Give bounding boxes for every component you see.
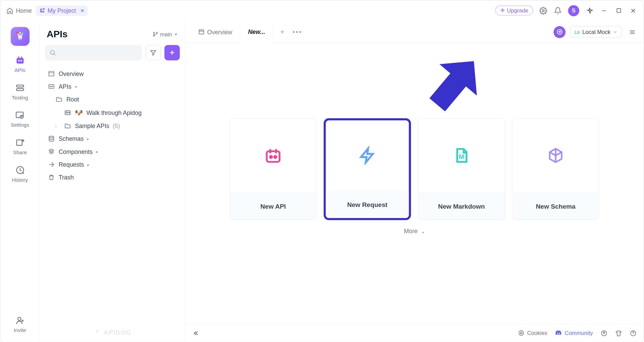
testing-icon	[15, 83, 25, 93]
invite-icon	[15, 315, 25, 326]
tree-item-trash[interactable]: Trash	[45, 171, 180, 184]
titlebar: Home My Project ✕ Upgrade S	[0, 0, 643, 21]
menu-button[interactable]	[626, 26, 638, 38]
svg-point-32	[49, 136, 54, 138]
collapse-sidebar-button[interactable]	[192, 330, 199, 336]
tree-item-sample-apis[interactable]: › Sample APIs (5)	[45, 120, 180, 132]
requests-icon	[48, 161, 55, 168]
tree-item-root[interactable]: Root	[45, 93, 180, 106]
annotation-arrow	[412, 45, 494, 127]
svg-rect-9	[18, 56, 19, 59]
card-new-schema[interactable]: New Schema	[512, 118, 599, 220]
request-icon	[326, 120, 409, 190]
add-button[interactable]	[165, 45, 180, 60]
search-input[interactable]	[45, 45, 142, 60]
tree-item-components[interactable]: Components ▸	[45, 145, 180, 158]
svg-rect-8	[16, 58, 24, 63]
chevron-icon: ▸	[87, 136, 92, 141]
filter-button[interactable]	[146, 45, 161, 60]
sidebar-title: APIs	[47, 29, 67, 40]
window-close-icon[interactable]	[629, 6, 638, 15]
agent-button[interactable]	[554, 26, 566, 38]
svg-point-11	[18, 60, 19, 62]
branch-selector[interactable]: main	[152, 31, 178, 37]
chevron-right-icon: ›	[55, 124, 60, 128]
dog-icon: 🐶	[75, 109, 83, 117]
tab-new[interactable]: New...	[240, 21, 273, 43]
card-label: New API	[230, 192, 317, 220]
filter-icon	[150, 49, 156, 56]
rail-item-share[interactable]: Share	[13, 137, 27, 156]
maximize-icon[interactable]	[614, 6, 623, 15]
home-label: Home	[16, 7, 32, 14]
folder-icon	[55, 96, 63, 103]
theme-button[interactable]	[615, 330, 622, 336]
card-new-markdown[interactable]: M New Markdown	[418, 118, 505, 220]
cookies-button[interactable]: Cookies	[518, 330, 547, 336]
svg-point-5	[16, 32, 18, 34]
svg-point-12	[20, 60, 22, 62]
svg-point-19	[17, 317, 20, 320]
card-label: New Request	[326, 190, 409, 218]
overview-icon	[48, 70, 55, 77]
minimize-icon[interactable]	[600, 6, 608, 15]
svg-point-50	[521, 332, 522, 333]
app-logo[interactable]	[10, 27, 29, 46]
environment-selector[interactable]: Lo Local Mock	[570, 26, 622, 38]
tree-item-schemas[interactable]: Schemas ▸	[45, 132, 180, 145]
folder-icon	[64, 123, 72, 129]
discord-icon	[555, 329, 562, 337]
svg-rect-42	[267, 151, 279, 162]
tab-menu-button[interactable]: •••	[292, 28, 302, 36]
menu-icon	[629, 29, 636, 35]
external-link-icon	[40, 8, 45, 13]
cookie-icon	[518, 330, 524, 336]
tree-item-overview[interactable]: Overview	[45, 67, 180, 80]
tree-item-requests[interactable]: Requests ▸	[45, 158, 180, 171]
pin-icon[interactable]	[585, 6, 594, 15]
svg-rect-17	[16, 140, 22, 145]
svg-point-20	[153, 32, 154, 33]
plus-icon	[279, 29, 286, 35]
avatar[interactable]: S	[568, 5, 579, 16]
card-new-request[interactable]: New Request	[324, 118, 411, 220]
community-button[interactable]: Community	[555, 329, 593, 337]
upgrade-button[interactable]: Upgrade	[495, 6, 533, 15]
svg-rect-13	[16, 85, 24, 87]
close-icon[interactable]: ✕	[80, 7, 85, 13]
tree-item-walkthrough[interactable]: 🐶 Walk through Apidog	[45, 106, 180, 120]
sidebar: APIs main Overview	[40, 21, 186, 342]
project-tab[interactable]: My Project ✕	[36, 5, 88, 16]
svg-point-52	[522, 333, 522, 334]
home-tab[interactable]: Home	[6, 7, 32, 14]
tab-overview[interactable]: Overview	[190, 21, 240, 43]
tree-item-apis[interactable]: APIs ▾	[45, 80, 180, 93]
rail-item-settings[interactable]: Settings	[11, 110, 29, 128]
more-button[interactable]: More ⌄	[185, 227, 643, 234]
upload-button[interactable]	[601, 330, 607, 336]
brand-icon	[93, 328, 101, 336]
settings-icon[interactable]	[539, 6, 548, 15]
help-button[interactable]	[630, 330, 637, 336]
card-new-api[interactable]: New API	[229, 118, 317, 220]
apis-tree-icon	[48, 83, 55, 90]
tabs-row: Overview New... ••• Lo Local Mock	[185, 21, 643, 43]
chevron-down-icon	[613, 30, 617, 34]
svg-point-46	[274, 156, 276, 158]
svg-point-22	[153, 35, 154, 36]
add-tab-button[interactable]	[279, 29, 286, 35]
brand-footer: APIDOG	[40, 322, 185, 342]
history-icon	[15, 165, 25, 175]
rail-item-testing[interactable]: Testing	[12, 83, 28, 101]
rail-item-apis[interactable]: APIs	[14, 55, 25, 73]
bottom-bar: Cookies Community	[185, 324, 643, 342]
components-icon	[48, 148, 55, 155]
rail-item-history[interactable]: History	[12, 165, 28, 183]
rail-item-invite[interactable]: Invite	[14, 315, 26, 333]
markdown-icon	[64, 109, 72, 116]
branch-label: main	[160, 31, 172, 37]
overview-tab-icon	[198, 29, 204, 35]
svg-rect-2	[617, 9, 620, 12]
svg-point-51	[520, 334, 521, 334]
bell-icon[interactable]	[554, 6, 562, 15]
